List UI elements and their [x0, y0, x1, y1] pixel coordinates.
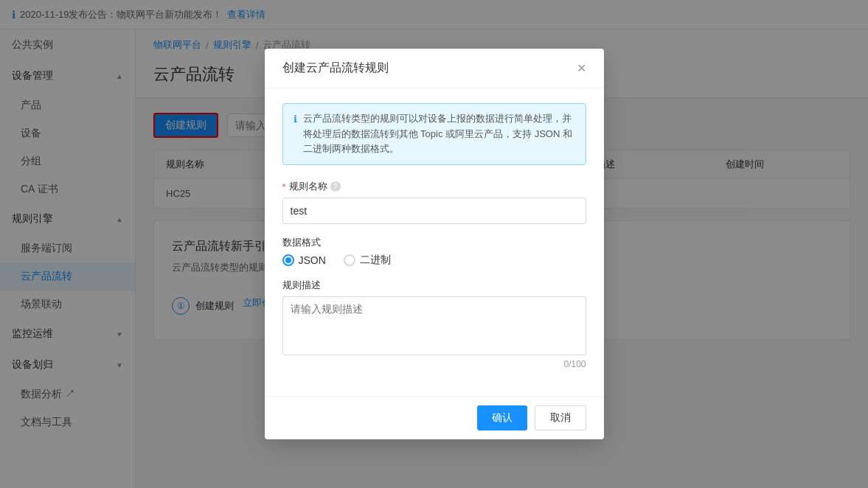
modal-close-button[interactable]: ✕ — [577, 61, 586, 75]
label-text: 规则名称 — [289, 180, 327, 193]
char-count: 0/100 — [282, 359, 586, 369]
desc-textarea[interactable] — [282, 296, 586, 355]
required-mark: * — [282, 181, 286, 192]
rule-name-label: * 规则名称 ? — [282, 180, 586, 193]
form-group-desc: 规则描述 0/100 — [282, 279, 586, 369]
modal-notice-text: 云产品流转类型的规则可以对设备上报的数据进行简单处理，并将处理后的数据流转到其他… — [303, 111, 575, 157]
confirm-button[interactable]: 确认 — [477, 405, 527, 431]
modal-overlay: 创建云产品流转规则 ✕ ℹ 云产品流转类型的规则可以对设备上报的数据进行简单处理… — [0, 0, 868, 488]
radio-binary[interactable]: 二进制 — [344, 254, 391, 267]
create-rule-modal: 创建云产品流转规则 ✕ ℹ 云产品流转类型的规则可以对设备上报的数据进行简单处理… — [265, 49, 604, 439]
modal-footer: 确认 取消 — [265, 396, 604, 439]
modal-notice-box: ℹ 云产品流转类型的规则可以对设备上报的数据进行简单处理，并将处理后的数据流转到… — [282, 103, 586, 165]
radio-group-format: JSON 二进制 — [282, 254, 586, 267]
rule-name-input[interactable] — [282, 198, 586, 224]
modal-title: 创建云产品流转规则 — [282, 60, 389, 76]
desc-label: 规则描述 — [282, 279, 586, 292]
cancel-button[interactable]: 取消 — [535, 405, 586, 431]
data-format-label: 数据格式 — [282, 236, 586, 249]
modal-header: 创建云产品流转规则 ✕ — [265, 49, 604, 88]
radio-binary-dot — [344, 254, 355, 266]
form-group-data-format: 数据格式 JSON 二进制 — [282, 236, 586, 267]
radio-json-label: JSON — [299, 254, 326, 266]
modal-body: ℹ 云产品流转类型的规则可以对设备上报的数据进行简单处理，并将处理后的数据流转到… — [265, 88, 604, 396]
form-group-rule-name: * 规则名称 ? — [282, 180, 586, 224]
radio-json[interactable]: JSON — [282, 254, 326, 266]
radio-binary-label: 二进制 — [360, 254, 391, 267]
radio-json-dot — [282, 254, 294, 266]
modal-notice-icon: ℹ — [294, 112, 297, 157]
help-icon[interactable]: ? — [330, 181, 341, 192]
